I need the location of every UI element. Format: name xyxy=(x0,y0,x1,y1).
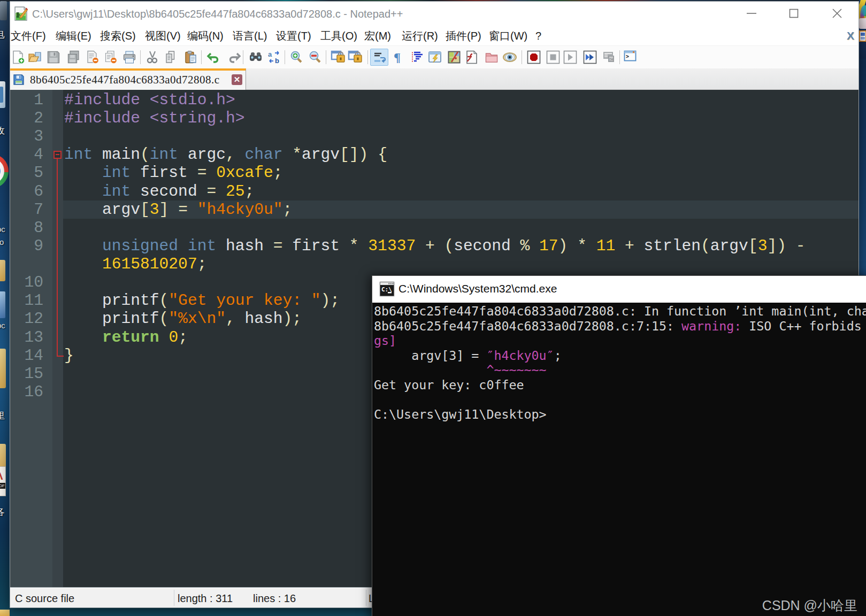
tab-close-icon[interactable]: ✕ xyxy=(232,74,242,85)
svg-text:IC: IC xyxy=(609,58,613,61)
folder-as-workspace-icon[interactable] xyxy=(485,50,499,64)
console-icon[interactable]: > xyxy=(624,50,638,64)
close-icon[interactable] xyxy=(86,50,99,64)
toolbar-separator xyxy=(522,50,522,64)
sync-horizontal-icon[interactable] xyxy=(348,50,362,64)
terminal-line: argv[3] = ″h4cky0u″; xyxy=(374,348,866,363)
run-macro-multiple-icon[interactable] xyxy=(583,50,597,64)
function-list-icon[interactable] xyxy=(465,50,479,64)
cmd-window: C:\ C:\Windows\System32\cmd.exe 8b6405c2… xyxy=(372,275,866,616)
open-file-icon[interactable] xyxy=(28,50,42,64)
stop-macro-icon[interactable] xyxy=(546,50,560,64)
terminal-line: 8b6405c25fe447fa804c6833a0d72808.c: In f… xyxy=(374,304,866,319)
line-number: 4 xyxy=(10,145,43,164)
terminal-line: gs] xyxy=(374,333,866,348)
code-line: printf("%x\n", hash); xyxy=(64,310,302,328)
show-all-characters-icon[interactable]: ¶ xyxy=(393,50,407,64)
status-separator xyxy=(174,590,174,606)
line-number: 3 xyxy=(10,127,43,146)
zoom-in-icon[interactable] xyxy=(289,50,303,64)
menu-item-11[interactable]: 插件(P) xyxy=(446,26,481,46)
menu-item-1[interactable]: 文件(F) xyxy=(11,26,46,46)
terminal-line: Get your key: c0ffee xyxy=(374,378,866,392)
desktop-left-icons: 电收ocrooc里λPDF各 xyxy=(0,0,10,616)
save-all-icon[interactable] xyxy=(67,50,81,64)
find-icon[interactable] xyxy=(249,50,263,64)
window-title: C:\Users\gwj11\Desktop\8b6405c25fe447fa8… xyxy=(32,8,403,20)
menu-item-8[interactable]: 工具(O) xyxy=(320,26,357,46)
redo-icon[interactable] xyxy=(227,50,241,64)
line-number: 12 xyxy=(10,310,43,328)
fold-collapse-icon[interactable] xyxy=(53,151,62,159)
menu-item-4[interactable]: 视图(V) xyxy=(145,26,181,46)
terminal[interactable]: 8b6405c25fe447fa804c6833a0d72808.c: In f… xyxy=(372,303,866,616)
user-defined-language-icon[interactable] xyxy=(428,50,442,64)
copy-icon[interactable] xyxy=(164,50,178,64)
cut-icon[interactable] xyxy=(145,50,159,64)
indent-guide-icon[interactable] xyxy=(410,50,424,64)
menu-item-2[interactable]: 编辑(E) xyxy=(56,26,91,46)
line-number: 2 xyxy=(10,109,43,128)
close-all-icon[interactable] xyxy=(104,50,118,64)
menu-item-12[interactable]: 窗口(W) xyxy=(489,26,527,46)
code-line: #include <string.h> xyxy=(64,109,244,128)
cmd-icon: C:\ xyxy=(379,281,395,297)
notepad-titlebar[interactable]: C:\Users\gwj11\Desktop\8b6405c25fe447fa8… xyxy=(10,2,859,26)
watermark: CSDN @小哈里 xyxy=(762,597,857,614)
terminal-line xyxy=(374,392,866,407)
tabbar: 8b6405c25fe447fa804c6833a0d72808.c ✕ xyxy=(10,68,859,90)
line-number: 8 xyxy=(10,219,43,237)
line-number: 10 xyxy=(10,273,43,292)
menu-item-3[interactable]: 搜索(S) xyxy=(100,26,136,46)
menubar-extra-x: X xyxy=(847,29,854,42)
minimize-button[interactable] xyxy=(735,2,768,25)
line-number: 7 xyxy=(10,201,43,219)
menu-item-6[interactable]: 语言(L) xyxy=(233,26,267,46)
terminal-line: C:\Users\gwj11\Desktop> xyxy=(374,407,866,422)
toolbar-separator xyxy=(367,50,368,64)
new-file-icon[interactable] xyxy=(11,50,25,64)
save-icon[interactable] xyxy=(47,50,60,64)
zoom-out-icon[interactable] xyxy=(308,50,322,64)
svg-text:a: a xyxy=(268,50,272,58)
toolbar: ab¶IC> xyxy=(10,46,859,68)
menu-item-13[interactable]: ? xyxy=(535,26,541,46)
undo-icon[interactable] xyxy=(206,50,220,64)
replace-icon[interactable]: ab xyxy=(267,50,281,64)
terminal-line: ^~~~~~~~ xyxy=(374,363,866,378)
code-line: int first = 0xcafe; xyxy=(64,164,283,182)
word-wrap-icon[interactable] xyxy=(370,49,388,66)
fold-margin[interactable] xyxy=(52,90,63,587)
toolbar-separator xyxy=(140,50,141,64)
menu-item-7[interactable]: 设置(T) xyxy=(276,26,311,46)
menu-item-10[interactable]: 运行(R) xyxy=(402,26,438,46)
paste-icon[interactable] xyxy=(184,50,198,64)
status-length: length : 311 xyxy=(178,592,233,605)
line-number: 11 xyxy=(10,291,43,310)
sync-vertical-icon[interactable] xyxy=(331,50,344,64)
document-map-icon[interactable] xyxy=(447,50,461,64)
code-line: } xyxy=(64,346,74,365)
maximize-button[interactable] xyxy=(778,2,810,25)
print-icon[interactable] xyxy=(122,50,136,64)
status-lines: lines : 16 xyxy=(253,592,296,605)
code-line: unsigned int hash = first * 31337 + (sec… xyxy=(64,237,805,256)
save-macro-icon[interactable]: IC xyxy=(601,50,615,64)
play-macro-icon[interactable] xyxy=(563,50,577,64)
notepadpp-icon xyxy=(14,6,28,21)
fold-guide-line xyxy=(57,159,58,356)
menu-item-5[interactable]: 编码(N) xyxy=(187,26,224,46)
line-number: 1 xyxy=(10,91,43,110)
close-button[interactable] xyxy=(821,2,853,25)
code-line: #include <stdio.h> xyxy=(64,91,235,110)
tab-active[interactable]: 8b6405c25fe447fa804c6833a0d72808.c ✕ xyxy=(10,68,246,90)
status-doc-type: C source file xyxy=(15,592,74,605)
record-macro-icon[interactable] xyxy=(527,50,541,64)
menu-item-9[interactable]: 宏(M) xyxy=(364,26,391,46)
document-monitor-icon[interactable] xyxy=(502,50,516,64)
code-line: 1615810207; xyxy=(64,255,206,274)
line-number: 15 xyxy=(10,365,43,383)
line-number-margin[interactable]: 12345678910111213141516 xyxy=(10,90,52,587)
code-line: argv[3] = "h4cky0u"; xyxy=(64,201,292,219)
cmd-titlebar[interactable]: C:\ C:\Windows\System32\cmd.exe xyxy=(372,276,866,303)
